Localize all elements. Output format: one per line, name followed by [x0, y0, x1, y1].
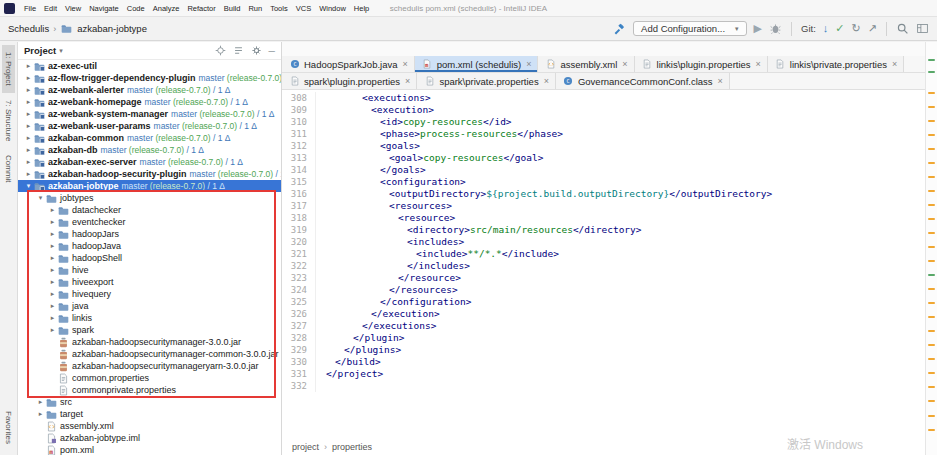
close-tab-icon[interactable]: × [892, 59, 897, 69]
code-editor[interactable]: 308<executions>309<execution>310<id>copy… [282, 90, 925, 439]
tree-row[interactable]: ▸hadoopJava [18, 240, 281, 252]
tree-collapsed-arrow-icon[interactable]: ▸ [48, 312, 57, 324]
close-tab-icon[interactable]: × [718, 76, 723, 86]
run-configurations-combo[interactable]: Add Configuration...▾ [633, 21, 747, 36]
tree-collapsed-arrow-icon[interactable]: ▸ [24, 60, 33, 72]
tree-row[interactable]: ▸hivequery [18, 288, 281, 300]
debug-icon[interactable] [769, 22, 782, 35]
tree-row[interactable]: ▸src [18, 396, 281, 408]
tree-row[interactable]: ▸target [18, 408, 281, 420]
tree-row[interactable]: ▸azkaban-hadoop-security-plugin master (… [18, 168, 281, 180]
tree-collapsed-arrow-icon[interactable]: ▸ [24, 132, 33, 144]
search-everywhere-icon[interactable] [896, 22, 909, 35]
build-project-icon[interactable] [613, 22, 626, 35]
tree-row[interactable]: ▸java [18, 300, 281, 312]
close-tab-icon[interactable]: × [526, 59, 531, 69]
tree-row[interactable]: ▸az-webank-homepage master (release-0.7.… [18, 96, 281, 108]
tool-stripe-structure[interactable]: 7: Structure [2, 93, 15, 148]
menu-edit[interactable]: Edit [40, 4, 61, 13]
tree-collapsed-arrow-icon[interactable]: ▸ [24, 144, 33, 156]
close-tab-icon[interactable]: × [402, 59, 407, 69]
tree-collapsed-arrow-icon[interactable]: ▸ [24, 96, 33, 108]
tree-row[interactable]: mpom.xml [18, 444, 281, 455]
editor-tab[interactable]: assembly.xml× [538, 56, 634, 72]
tree-collapsed-arrow-icon[interactable]: ▸ [48, 300, 57, 312]
close-tab-icon[interactable]: × [544, 76, 549, 86]
editor-tab[interactable]: mpom.xml (schedulis)× [415, 56, 539, 72]
editor-tab[interactable]: spark\private.properties× [417, 73, 556, 89]
tool-stripe-commit[interactable]: Commit [2, 148, 15, 190]
locate-file-icon[interactable] [215, 45, 226, 56]
tree-collapsed-arrow-icon[interactable]: ▸ [48, 324, 57, 336]
editor-tab[interactable]: linkis\private.properties× [768, 56, 904, 72]
chevron-down-icon[interactable]: ▾ [59, 47, 63, 55]
close-tab-icon[interactable]: × [756, 59, 761, 69]
tree-collapsed-arrow-icon[interactable]: ▸ [24, 156, 33, 168]
breadcrumb-item-project[interactable]: project [292, 442, 319, 452]
tree-collapsed-arrow-icon[interactable]: ▸ [36, 408, 45, 420]
tree-row[interactable]: azkaban-hadoopsecuritymanager-common-3.0… [18, 348, 281, 360]
tree-row[interactable]: ▸hiveexport [18, 276, 281, 288]
tree-row[interactable]: commonprivate.properties [18, 384, 281, 396]
tree-row[interactable]: azkaban-jobtype.iml [18, 432, 281, 444]
hide-panel-icon[interactable]: ─ [269, 46, 275, 56]
tree-collapsed-arrow-icon[interactable]: ▸ [48, 288, 57, 300]
tool-stripe-favorites[interactable]: Favorites [2, 404, 15, 451]
menu-analyze[interactable]: Analyze [149, 4, 184, 13]
tree-row[interactable]: azkaban-hadoopsecuritymanageryarn-3.0.0.… [18, 360, 281, 372]
tree-row[interactable]: ▸hadoopJars [18, 228, 281, 240]
tree-row[interactable]: azkaban-hadoopsecuritymanager-3.0.0.jar [18, 336, 281, 348]
tool-stripe-project[interactable]: 1: Project [2, 45, 15, 93]
tree-row[interactable]: ▸eventchecker [18, 216, 281, 228]
tree-row[interactable]: ▾azkaban-jobtype master (release-0.7.0) … [18, 180, 281, 192]
tree-row[interactable]: ▸linkis [18, 312, 281, 324]
project-panel-title[interactable]: Project [24, 45, 56, 56]
editor-tab[interactable]: linkis\plugin.properties× [635, 56, 768, 72]
tree-row[interactable]: ▸az-flow-trigger-dependency-plugin maste… [18, 72, 281, 84]
tree-row[interactable]: ▸az-exec-util [18, 60, 281, 72]
tree-row[interactable]: ▸hive [18, 264, 281, 276]
menu-tools[interactable]: Tools [266, 4, 292, 13]
tree-collapsed-arrow-icon[interactable]: ▸ [24, 84, 33, 96]
breadcrumb-item-properties[interactable]: properties [332, 442, 372, 452]
tree-collapsed-arrow-icon[interactable]: ▸ [48, 228, 57, 240]
tree-row[interactable]: ▾jobtypes [18, 192, 281, 204]
tree-row[interactable]: ▸azkaban-exec-server master (release-0.7… [18, 156, 281, 168]
tree-expanded-arrow-icon[interactable]: ▾ [24, 180, 33, 192]
tree-collapsed-arrow-icon[interactable]: ▸ [48, 252, 57, 264]
tree-collapsed-arrow-icon[interactable]: ▸ [48, 240, 57, 252]
menu-view[interactable]: View [61, 4, 85, 13]
tree-collapsed-arrow-icon[interactable]: ▸ [24, 120, 33, 132]
breadcrumb-current[interactable]: azkaban-jobtype [77, 23, 147, 34]
git-push-icon[interactable]: ↗ [868, 22, 877, 35]
tree-collapsed-arrow-icon[interactable]: ▸ [36, 396, 45, 408]
close-tab-icon[interactable]: × [405, 76, 410, 86]
git-commit-icon[interactable]: ✓ [835, 22, 844, 35]
tree-row[interactable]: ▸datachecker [18, 204, 281, 216]
error-stripe-scrollbar[interactable] [925, 42, 937, 455]
menu-file[interactable]: File [20, 4, 40, 13]
window-layout-icon[interactable] [916, 22, 929, 35]
tree-row[interactable]: assembly.xml [18, 420, 281, 432]
menu-vcs[interactable]: VCS [292, 4, 315, 13]
tree-collapsed-arrow-icon[interactable]: ▸ [24, 168, 33, 180]
menu-build[interactable]: Build [220, 4, 245, 13]
menu-run[interactable]: Run [244, 4, 266, 13]
tree-collapsed-arrow-icon[interactable]: ▸ [48, 216, 57, 228]
menu-help[interactable]: Help [350, 4, 373, 13]
tree-row[interactable]: ▸az-webank-user-params master (release-0… [18, 120, 281, 132]
tree-collapsed-arrow-icon[interactable]: ▸ [48, 264, 57, 276]
run-icon[interactable]: ▶ [754, 22, 762, 35]
tree-collapsed-arrow-icon[interactable]: ▸ [24, 108, 33, 120]
menu-refactor[interactable]: Refactor [183, 4, 219, 13]
tree-row[interactable]: ▸spark [18, 324, 281, 336]
tree-collapsed-arrow-icon[interactable]: ▸ [48, 276, 57, 288]
tree-row[interactable]: ▸azkaban-db master (release-0.7.0) / 1 Δ [18, 144, 281, 156]
editor-tab[interactable]: CHadoopSparkJob.java× [282, 56, 415, 72]
tree-row[interactable]: ▸az-webank-system-manager master (releas… [18, 108, 281, 120]
close-tab-icon[interactable]: × [622, 59, 627, 69]
editor-tab[interactable]: spark\plugin.properties× [282, 73, 417, 89]
tree-row[interactable]: common.properties [18, 372, 281, 384]
tree-collapsed-arrow-icon[interactable]: ▸ [48, 204, 57, 216]
git-update-icon[interactable]: ↓ [823, 22, 829, 35]
